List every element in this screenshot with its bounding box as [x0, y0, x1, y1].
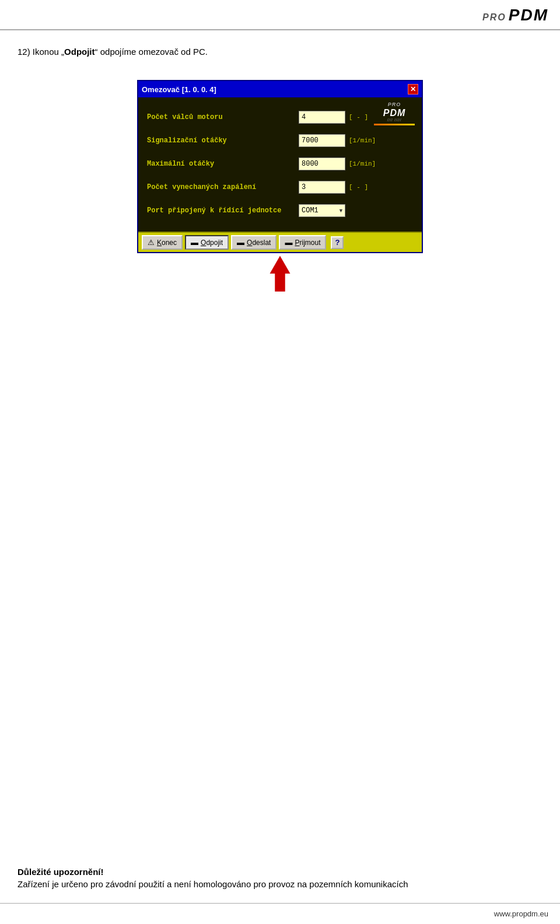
konec-icon: ⚠ [148, 238, 155, 247]
dialog-title: Omezovač [1. 0. 0. 4] [142, 85, 216, 94]
odeslat-button[interactable]: ▬ Odeslat [231, 235, 276, 250]
bottom-section: Důležité upozornění! Zařízení je určeno … [18, 867, 542, 889]
field-label-1: Signalizační otáčky [147, 136, 299, 145]
logo-pro: PRO [374, 102, 415, 108]
logo-sub: //// ///// [374, 118, 415, 123]
field-label-2: Maximální otáčky [147, 160, 299, 168]
konec-button[interactable]: ⚠ Konec [142, 235, 183, 250]
instruction-text: 12) Ikonou „Odpojit“ odpojíme omezovač o… [18, 47, 542, 57]
odeslat-icon: ▬ [237, 238, 244, 247]
svg-marker-0 [270, 256, 290, 291]
header-divider [0, 29, 560, 30]
prijmout-label: Prijmout [295, 239, 320, 247]
prijmout-button[interactable]: ▬ Prijmout [279, 235, 326, 250]
odpojit-icon: ▬ [191, 238, 198, 247]
field-label-4: Port připojený k řídící jednotce [147, 206, 299, 215]
red-arrow [265, 253, 295, 294]
help-label: ? [335, 238, 340, 247]
button-bar: ⚠ Konec ▬ Odpojit ▬ Odeslat ▬ Prijmout ? [138, 232, 422, 252]
dialog-window: Omezovač [1. 0. 0. 4] ✕ PRO PDM //// ///… [137, 80, 423, 253]
field-label-0: Počet válců motoru [147, 113, 299, 121]
logo-pdm: PDM [374, 108, 415, 118]
field-unit-0: [ - ] [349, 114, 368, 121]
arrow-svg [265, 253, 295, 294]
footer: www.propdm.eu [494, 909, 548, 918]
header: PRO PDM [482, 6, 548, 24]
form-row-1: Signalizační otáčky [1/min] [147, 132, 413, 149]
form-row-2: Maximální otáčky [1/min] [147, 156, 413, 172]
header-pro-text: PRO [482, 12, 506, 23]
logo-bar [374, 124, 415, 125]
field-unit-1: [1/min] [349, 137, 376, 144]
footer-divider [0, 903, 560, 904]
help-button[interactable]: ? [331, 236, 344, 249]
odeslat-label: Odeslat [247, 239, 271, 247]
header-pdm-text: PDM [509, 6, 548, 24]
instruction-suffix: “ odpojíme omezovač od PC. [95, 47, 208, 57]
dialog-container: Omezovač [1. 0. 0. 4] ✕ PRO PDM //// ///… [18, 80, 542, 294]
field-unit-3: [ - ] [349, 184, 368, 191]
field-input-3[interactable] [299, 181, 345, 194]
field-input-2[interactable] [299, 158, 345, 170]
important-title: Důležité upozornění! [18, 867, 542, 877]
com-port-select[interactable]: COM1 COM2 COM3 COM4 [299, 204, 345, 217]
important-text: Zařízení je určeno pro závodní použití a… [18, 879, 542, 889]
field-unit-2: [1/min] [349, 160, 376, 167]
instruction-keyword: Odpojit [64, 47, 95, 57]
odpojit-label: Odpojit [201, 239, 223, 247]
form-row-4: Port připojený k řídící jednotce COM1 CO… [147, 202, 413, 219]
field-input-1[interactable] [299, 134, 345, 147]
dialog-body: PRO PDM //// ///// Počet válců motoru [ … [138, 97, 422, 232]
title-bar: Omezovač [1. 0. 0. 4] ✕ [138, 81, 422, 97]
dialog-logo: PRO PDM //// ///// [374, 102, 415, 125]
konec-label: Konec [157, 239, 177, 247]
form-rows: Počet válců motoru [ - ] Signalizační ot… [147, 109, 413, 219]
com-port-wrapper: COM1 COM2 COM3 COM4 ▼ [299, 204, 345, 217]
field-input-0[interactable] [299, 111, 345, 124]
close-button[interactable]: ✕ [408, 84, 418, 94]
instruction-prefix: 12) Ikonou „ [18, 47, 64, 57]
field-label-3: Počet vynechaných zapálení [147, 183, 299, 191]
website-text: www.propdm.eu [494, 909, 548, 918]
odpojit-button[interactable]: ▬ Odpojit [185, 235, 229, 250]
form-row-3: Počet vynechaných zapálení [ - ] [147, 179, 413, 195]
prijmout-icon: ▬ [285, 238, 292, 247]
form-row-0: Počet válců motoru [ - ] [147, 109, 413, 125]
main-content: 12) Ikonou „Odpojit“ odpojíme omezovač o… [18, 35, 542, 312]
